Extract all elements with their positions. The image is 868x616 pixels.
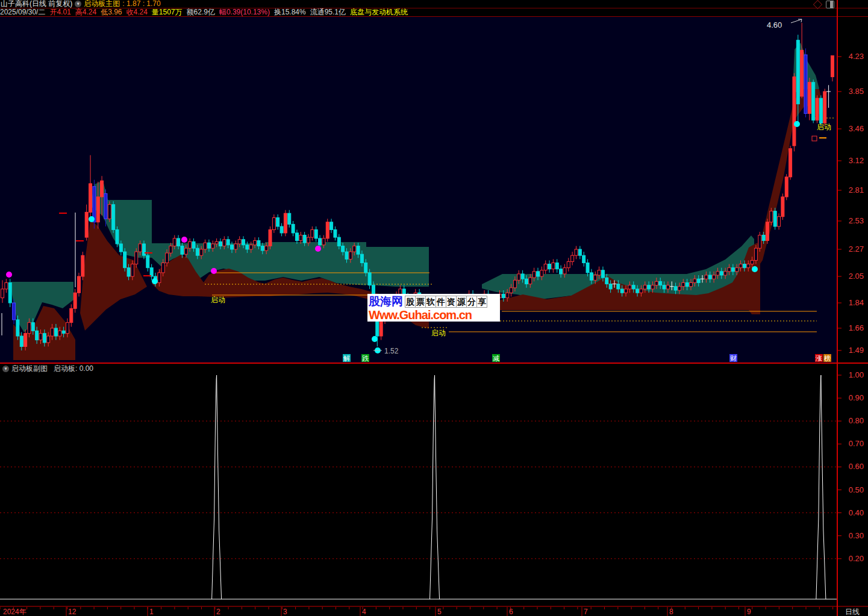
candle-body — [20, 336, 23, 346]
chart-text: 财 — [730, 355, 737, 362]
candle-body — [758, 235, 761, 249]
signal-dot-cyan — [372, 336, 378, 342]
chart-text: 减 — [493, 355, 499, 362]
candle-body — [1, 289, 4, 298]
signal-dot-magenta — [6, 272, 12, 278]
chart-text: 0.30 — [849, 531, 864, 540]
candle-body — [379, 320, 382, 336]
candle-body — [177, 238, 180, 246]
main-indicator-values: : 1.87 : 1.70 — [122, 0, 160, 8]
candle-body — [708, 275, 711, 279]
panel-toggle-icon[interactable] — [826, 1, 834, 8]
candle-body — [640, 289, 643, 293]
chart-text: 1.52 — [384, 347, 399, 355]
candle-body — [166, 253, 169, 263]
candle-body — [299, 235, 302, 241]
candle-body — [762, 235, 765, 241]
candle-body — [51, 328, 54, 336]
candle-body — [211, 244, 214, 248]
watermark-tagline-char: 票 — [415, 296, 426, 308]
candle-body — [560, 269, 563, 274]
candle-body — [674, 287, 677, 290]
candle-body — [146, 255, 149, 267]
chart-text: 1.49 — [849, 346, 864, 355]
candle-body — [223, 240, 226, 246]
chart-text: 2.53 — [849, 216, 864, 225]
chart-text: 0.40 — [849, 508, 864, 517]
candle-body — [544, 264, 547, 270]
trading-app-window: 4.601.52启动启动启动解跌减财涨榜4.233.853.463.122.81… — [0, 0, 868, 616]
candle-body — [590, 273, 593, 280]
quote-amount: 额62.9亿 — [187, 8, 215, 16]
candle-body — [280, 226, 283, 233]
quote-sector[interactable]: 底盘与发动机系统 — [350, 8, 408, 16]
main-indicator-name[interactable]: 启动板主图 — [84, 0, 120, 8]
candle-body — [735, 268, 738, 272]
candle-body — [78, 276, 81, 293]
candle-body — [690, 282, 693, 286]
candle-body — [620, 289, 623, 293]
signal-dot-cyan — [794, 121, 800, 127]
candle-body — [337, 237, 340, 246]
candle-body — [307, 237, 310, 243]
candle-body — [724, 272, 727, 275]
quote-turnover: 换15.84% — [274, 8, 306, 16]
candle-body — [326, 222, 329, 238]
signal-dot-magenta — [181, 237, 187, 243]
chart-text: 0.70 — [849, 439, 864, 448]
candle-body — [70, 308, 73, 322]
sub-indicator-name[interactable]: 启动板副图 — [11, 364, 48, 374]
candle-body — [8, 282, 11, 303]
quote-info-bar: 2025/09/30/二 开4.01 高4.24 低3.96 收4.24 量15… — [0, 8, 868, 16]
candle-body — [204, 243, 207, 249]
candle-body — [617, 284, 620, 289]
candle-body — [39, 334, 42, 340]
chevron-down-icon[interactable]: ▾ — [75, 1, 81, 7]
sub-plot-background[interactable] — [0, 363, 837, 606]
chart-text: 0.60 — [849, 462, 864, 471]
candle-body — [816, 98, 819, 120]
candle-body — [781, 197, 784, 217]
candle-body — [295, 233, 298, 241]
candle-body — [513, 280, 516, 288]
candle-body — [89, 184, 92, 212]
signal-dot-cyan — [89, 216, 95, 222]
chart-text: 启动 — [431, 329, 446, 337]
watermark-url: Www.Guhai.com.cn — [369, 309, 499, 321]
chart-text: 启动 — [817, 123, 831, 131]
chart-text: 0.80 — [849, 416, 864, 425]
sub-chart-header: ▾ 启动板副图 启动板: 0.00 — [0, 364, 93, 373]
candle-body — [575, 249, 578, 255]
candle-body — [85, 212, 88, 237]
candle-body — [705, 275, 708, 279]
candle-body — [586, 263, 589, 273]
chevron-down-icon[interactable]: ▾ — [2, 366, 9, 372]
title-bar: 山子高科(日线 前复权) ▾ 启动板主图 : 1.87 : 1.70 — [0, 0, 868, 8]
candle-body — [58, 331, 61, 336]
candle-body — [666, 285, 669, 289]
candle-body — [96, 197, 99, 222]
candle-body — [529, 278, 532, 284]
chart-text: 解 — [343, 355, 350, 362]
candle-body — [628, 285, 631, 289]
candle-body — [812, 82, 815, 120]
candle-body — [288, 213, 291, 224]
chart-text: 3.46 — [849, 124, 864, 133]
candle-body — [192, 241, 195, 248]
sub-indicator-value: 启动板: 0.00 — [54, 364, 93, 374]
candle-body — [119, 244, 122, 252]
chart-text: 跌 — [362, 355, 369, 362]
quote-date: 2025/09/30/二 — [0, 8, 45, 16]
candle-body — [743, 264, 746, 268]
candle-body — [200, 249, 203, 255]
candle-body — [127, 268, 130, 276]
chart-text: 0.20 — [849, 554, 864, 563]
candle-body — [284, 213, 287, 233]
candle-body — [685, 282, 688, 286]
candle-body — [731, 268, 734, 272]
candle-body — [142, 244, 145, 255]
candle-body — [804, 55, 807, 114]
watermark-tagline-char: 分 — [466, 296, 477, 308]
candle-body — [226, 240, 229, 245]
candle-body — [632, 285, 635, 289]
